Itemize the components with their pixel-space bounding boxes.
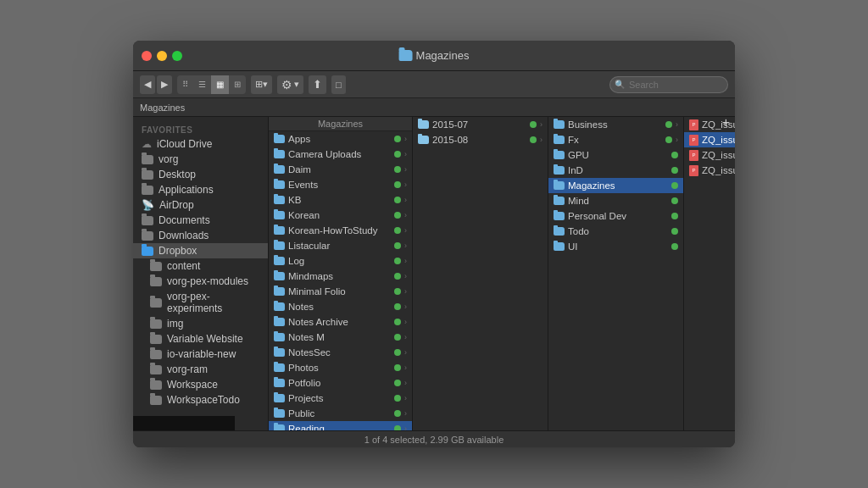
sidebar-item-vorg[interactable]: vorg bbox=[133, 152, 268, 167]
sidebar-item-label: content bbox=[167, 260, 200, 272]
chevron-icon: › bbox=[676, 136, 678, 144]
back-button[interactable]: ◀ bbox=[140, 75, 155, 94]
list-item[interactable]: Personal Dev bbox=[548, 208, 683, 224]
sidebar-item-vorg-pex-experiments[interactable]: vorg-pex-experiments bbox=[133, 289, 268, 316]
list-item[interactable]: Events › bbox=[269, 177, 412, 192]
list-item[interactable]: GPU bbox=[548, 147, 683, 163]
folder-icon bbox=[554, 212, 565, 220]
gear-button[interactable]: ⚙▾ bbox=[277, 75, 303, 94]
sidebar-item-label: AirDrop bbox=[159, 199, 194, 211]
sidebar-item-icloud[interactable]: ☁ iCloud Drive bbox=[133, 136, 268, 152]
list-item[interactable]: Log › bbox=[269, 253, 412, 269]
status-dot bbox=[394, 166, 401, 173]
folder-icon bbox=[150, 298, 162, 308]
list-item[interactable]: Notes M › bbox=[269, 330, 412, 345]
list-item[interactable]: Todo bbox=[548, 224, 683, 239]
sidebar-item-label: vorg bbox=[159, 153, 178, 165]
finder-window: Magazines ◀ ▶ ⠿ ☰ ▦ ⊞ ⊞▾ ⚙▾ ⬆ □ 🔍 Magazi… bbox=[133, 41, 735, 447]
list-item[interactable]: Business › bbox=[548, 117, 683, 132]
action-button[interactable]: □ bbox=[331, 75, 346, 94]
folder-icon bbox=[274, 348, 285, 357]
list-item[interactable]: Fx › bbox=[548, 132, 683, 147]
column-view-button[interactable]: ▦ bbox=[211, 75, 229, 94]
list-item[interactable]: 2015-07 › bbox=[413, 117, 548, 132]
maximize-button[interactable] bbox=[172, 51, 182, 61]
sidebar-item-label: iCloud Drive bbox=[157, 138, 212, 150]
sidebar-item-variable-website[interactable]: Variable Website bbox=[133, 331, 268, 347]
list-item[interactable]: Korean-HowToStudy › bbox=[269, 223, 412, 238]
list-item[interactable]: Minimal Folio › bbox=[269, 284, 412, 299]
folder-icon bbox=[142, 170, 153, 180]
list-item[interactable]: Camera Uploads › bbox=[269, 147, 412, 162]
sidebar-item-dropbox[interactable]: Dropbox bbox=[133, 243, 268, 258]
file-name: 2015-08 bbox=[432, 135, 526, 145]
status-dot bbox=[394, 273, 401, 280]
list-item[interactable]: Daim › bbox=[269, 162, 412, 177]
file-name: Potfolio bbox=[288, 378, 391, 388]
folder-icon bbox=[274, 379, 285, 387]
chevron-icon: › bbox=[404, 180, 407, 189]
close-button[interactable] bbox=[142, 51, 152, 61]
pdf-icon: P bbox=[689, 135, 698, 146]
cover-flow-button[interactable]: ⊞ bbox=[229, 75, 246, 94]
sidebar-item-img[interactable]: img bbox=[133, 316, 268, 331]
list-item[interactable]: Listacular › bbox=[269, 238, 412, 253]
status-dot bbox=[394, 303, 401, 310]
sidebar-item-workspacetodo[interactable]: WorkspaceTodo bbox=[133, 392, 268, 408]
file-name: Apps bbox=[288, 134, 391, 144]
sidebar-item-io-variable-new[interactable]: io-variable-new bbox=[133, 347, 268, 362]
minimize-button[interactable] bbox=[157, 51, 167, 61]
list-item[interactable]: P ZQ_issue_09_final2.pdf bbox=[684, 163, 735, 178]
icon-view-button[interactable]: ⠿ bbox=[177, 75, 193, 94]
sidebar-item-content[interactable]: content bbox=[133, 258, 268, 274]
list-item[interactable]: Mindmaps › bbox=[269, 269, 412, 284]
list-item[interactable]: NotesSec › bbox=[269, 345, 412, 360]
sidebar-item-label: Downloads bbox=[159, 230, 209, 241]
folder-icon bbox=[274, 363, 285, 372]
list-item[interactable]: Potfolio › bbox=[269, 375, 412, 391]
sidebar-item-desktop[interactable]: Desktop bbox=[133, 167, 268, 182]
sidebar-item-downloads[interactable]: Downloads bbox=[133, 228, 268, 243]
folder-icon bbox=[554, 181, 565, 190]
list-item[interactable]: Apps › bbox=[269, 131, 412, 147]
list-item[interactable]: Mind bbox=[548, 193, 683, 208]
column-4: P ZQ_issue_03_final.pdf P ZQ_issue_04_fi… bbox=[684, 117, 735, 430]
status-dot bbox=[394, 212, 401, 219]
share-button[interactable]: ⬆ bbox=[309, 75, 326, 94]
folder-icon bbox=[554, 120, 565, 129]
file-name: Mind bbox=[568, 196, 668, 206]
sidebar-item-vorg-ram[interactable]: vorg-ram bbox=[133, 362, 268, 377]
list-item[interactable]: KB › bbox=[269, 192, 412, 208]
list-item[interactable]: Notes › bbox=[269, 299, 412, 314]
file-name: UI bbox=[568, 241, 668, 252]
file-name: Business bbox=[568, 119, 662, 130]
sidebar-item-documents[interactable]: Documents bbox=[133, 213, 268, 228]
status-dot bbox=[394, 242, 401, 249]
list-item[interactable]: UI bbox=[548, 239, 683, 254]
forward-button[interactable]: ▶ bbox=[157, 75, 172, 94]
file-name: Notes M bbox=[288, 332, 391, 342]
list-view-button[interactable]: ☰ bbox=[193, 75, 211, 94]
airdrop-icon: 📡 bbox=[142, 199, 154, 211]
list-item[interactable]: Projects › bbox=[269, 391, 412, 406]
list-item[interactable]: Korean › bbox=[269, 208, 412, 223]
list-item[interactable]: P ZQ_issue_0_final01.pdf bbox=[684, 147, 735, 163]
list-item-reading[interactable]: Reading › bbox=[269, 421, 412, 430]
list-item[interactable]: 2015-08 › bbox=[413, 132, 548, 147]
column-1: Magazines Apps › Camera Uploads › Daim bbox=[269, 117, 413, 430]
list-item[interactable]: Notes Archive › bbox=[269, 314, 412, 330]
sidebar-item-airdrop[interactable]: 📡 AirDrop bbox=[133, 197, 268, 213]
list-item[interactable]: Photos › bbox=[269, 360, 412, 375]
sidebar-item-label: Workspace bbox=[167, 379, 218, 391]
add-button[interactable]: + bbox=[722, 115, 730, 130]
list-item-issue04[interactable]: P ZQ_issue_04_final.pdf bbox=[684, 132, 735, 147]
file-name: NotesSec bbox=[288, 347, 391, 358]
list-item-magazines[interactable]: Magazines bbox=[548, 178, 683, 193]
search-input[interactable] bbox=[609, 76, 728, 93]
list-item[interactable]: Public › bbox=[269, 406, 412, 421]
list-item[interactable]: InD bbox=[548, 163, 683, 178]
arrange-button[interactable]: ⊞▾ bbox=[251, 75, 272, 94]
sidebar-item-vorg-pex-modules[interactable]: vorg-pex-modules bbox=[133, 274, 268, 289]
sidebar-item-workspace[interactable]: Workspace bbox=[133, 377, 268, 392]
sidebar-item-applications[interactable]: Applications bbox=[133, 182, 268, 197]
